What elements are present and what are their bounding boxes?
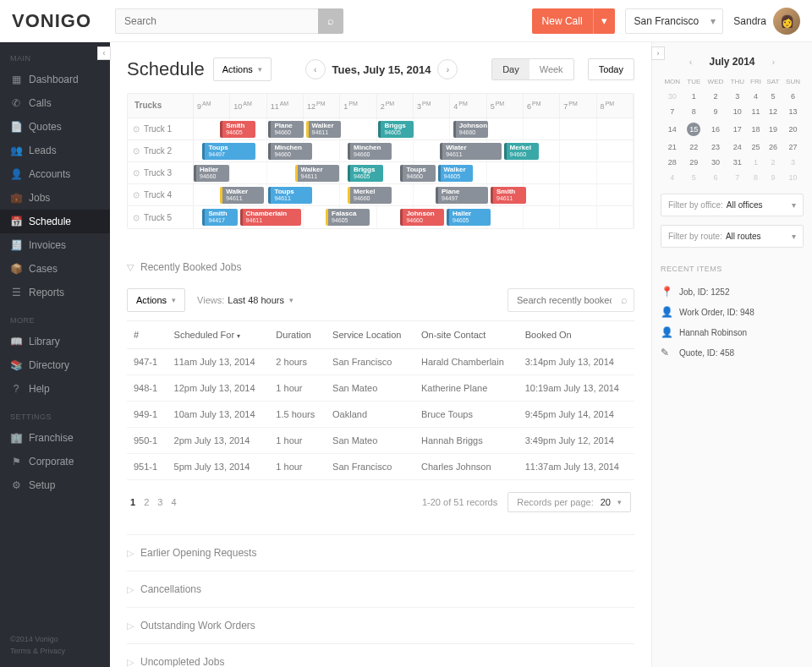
cal-day[interactable]: 13 <box>782 104 804 119</box>
cal-day[interactable]: 28 <box>661 155 684 170</box>
schedule-job[interactable]: Haller94660 <box>194 165 229 182</box>
schedule-job[interactable]: Plane94660 <box>268 121 304 138</box>
cal-day[interactable]: 3 <box>782 155 804 170</box>
table-header[interactable]: # <box>127 321 167 349</box>
cal-day[interactable]: 7 <box>727 170 748 185</box>
schedule-job[interactable]: Smith94605 <box>220 121 255 138</box>
cal-day[interactable]: 22 <box>684 139 705 155</box>
cal-day[interactable]: 10 <box>727 104 748 119</box>
cal-day[interactable]: 24 <box>727 139 748 155</box>
cal-day[interactable]: 8 <box>748 170 764 185</box>
jobs-actions-button[interactable]: Actions <box>127 288 185 312</box>
cal-day[interactable]: 2 <box>764 155 782 170</box>
cal-day[interactable]: 6 <box>782 89 804 104</box>
schedule-job[interactable]: Toups94660 <box>400 165 436 182</box>
search-button[interactable]: ⌕ <box>318 8 343 34</box>
sidebar-item-calls[interactable]: ✆Calls <box>0 91 110 115</box>
schedule-job[interactable]: Wlater94611 <box>440 143 502 160</box>
schedule-job[interactable]: Minchen94660 <box>348 143 392 160</box>
sidebar-item-setup[interactable]: ⚙Setup <box>0 473 110 497</box>
terms-link[interactable]: Terms & Privacy <box>10 646 100 658</box>
search-input[interactable] <box>115 8 318 34</box>
schedule-job[interactable]: Plane94497 <box>436 187 488 204</box>
schedule-job[interactable]: Chamberlain94611 <box>240 209 302 226</box>
sidebar-collapse-button[interactable]: ‹ <box>97 46 111 60</box>
cal-day[interactable]: 14 <box>661 119 684 139</box>
cal-day[interactable]: 25 <box>748 139 764 155</box>
cal-day[interactable]: 8 <box>684 104 705 119</box>
table-row[interactable]: 947-111am July 13, 20142 hoursSan Franci… <box>127 349 634 375</box>
cal-day[interactable]: 18 <box>748 119 764 139</box>
next-day-button[interactable]: › <box>437 59 458 79</box>
table-row[interactable]: 949-110am July 13, 20141.5 hoursOaklandB… <box>127 402 634 428</box>
page-link[interactable]: 2 <box>144 497 149 507</box>
schedule-job[interactable]: Smith94611 <box>491 187 526 204</box>
recent-item[interactable]: 👤Work Order, ID: 948 <box>661 302 804 322</box>
schedule-job[interactable]: Haller94605 <box>447 209 491 226</box>
schedule-job[interactable]: Walker94611 <box>306 121 342 138</box>
schedule-job[interactable]: Falasca94605 <box>326 209 370 226</box>
sidebar-item-accounts[interactable]: 👤Accounts <box>0 162 110 186</box>
sidebar-item-dashboard[interactable]: ▦Dashboard <box>0 68 110 91</box>
table-header[interactable]: Booked On <box>518 321 634 349</box>
sidebar-item-invoices[interactable]: 🧾Invoices <box>0 233 110 257</box>
table-row[interactable]: 950-12pm July 13, 20141 hourSan MateoHan… <box>127 428 634 454</box>
sidebar-item-cases[interactable]: 📦Cases <box>0 257 110 281</box>
table-header[interactable]: Duration <box>269 321 326 349</box>
sidebar-item-reports[interactable]: ☰Reports <box>0 281 110 304</box>
table-header[interactable]: Scheduled For▾ <box>167 321 270 349</box>
cal-day[interactable]: 10 <box>782 170 804 185</box>
new-call-dropdown[interactable]: ▾ <box>593 8 615 34</box>
table-header[interactable]: On-site Contact <box>414 321 518 349</box>
collapsed-section[interactable]: ▷Cancellations <box>127 571 634 607</box>
page-link[interactable]: 1 <box>130 497 135 507</box>
cal-day[interactable]: 31 <box>727 155 748 170</box>
cal-day[interactable]: 20 <box>782 119 804 139</box>
sidebar-item-help[interactable]: ?Help <box>0 377 110 401</box>
sidebar-item-library[interactable]: 📖Library <box>0 330 110 353</box>
cal-day[interactable]: 29 <box>684 155 705 170</box>
location-select[interactable]: San Francisco <box>625 8 724 34</box>
table-row[interactable]: 948-112pm July 13, 20141 hourSan MateoKa… <box>127 375 634 402</box>
cal-day[interactable]: 9 <box>704 104 727 119</box>
schedule-actions-button[interactable]: Actions <box>213 57 272 81</box>
cal-day[interactable]: 16 <box>704 119 727 139</box>
cal-day[interactable]: 21 <box>661 139 684 155</box>
sidebar-item-leads[interactable]: 👥Leads <box>0 139 110 162</box>
recent-item[interactable]: 📍Job, ID: 1252 <box>661 282 804 302</box>
collapsed-section[interactable]: ▷Uncompleted Jobs <box>127 643 634 667</box>
cal-day[interactable]: 15 <box>684 119 705 139</box>
new-call-button[interactable]: New Call <box>532 8 593 34</box>
cal-day[interactable]: 4 <box>748 89 764 104</box>
today-button[interactable]: Today <box>588 58 634 80</box>
cal-day[interactable]: 27 <box>782 139 804 155</box>
cal-day[interactable]: 19 <box>764 119 782 139</box>
filter-route[interactable]: Filter by route: All routes <box>661 225 804 248</box>
schedule-job[interactable]: Walker94611 <box>220 187 264 204</box>
schedule-job[interactable]: Toups94611 <box>268 187 312 204</box>
user-menu[interactable]: Sandra 👩 <box>733 8 800 35</box>
schedule-job[interactable]: Smith94417 <box>202 209 238 226</box>
cal-day[interactable]: 11 <box>748 104 764 119</box>
day-view-button[interactable]: Day <box>492 59 529 79</box>
page-link[interactable]: 3 <box>157 497 162 507</box>
cal-day[interactable]: 2 <box>704 89 727 104</box>
table-header[interactable]: Service Location <box>326 321 414 349</box>
filter-office[interactable]: Filter by office: All offices <box>661 194 804 216</box>
sidebar-item-franchise[interactable]: 🏢Franchise <box>0 426 110 450</box>
schedule-job[interactable]: Merkel94660 <box>504 143 540 160</box>
cal-day[interactable]: 23 <box>704 139 727 155</box>
cal-day[interactable]: 4 <box>661 170 684 185</box>
cal-day[interactable]: 6 <box>704 170 727 185</box>
collapsed-section[interactable]: ▷Outstanding Work Orders <box>127 607 634 643</box>
prev-day-button[interactable]: ‹ <box>305 59 326 79</box>
schedule-job[interactable]: Merkel94660 <box>348 187 392 204</box>
cal-day[interactable]: 1 <box>684 89 705 104</box>
cal-prev-button[interactable]: ‹ <box>689 57 693 67</box>
cal-next-button[interactable]: › <box>772 57 776 67</box>
recent-item[interactable]: 👤Hannah Robinson <box>661 322 804 342</box>
table-row[interactable]: 951-15pm July 13, 20141 hourSan Francisc… <box>127 454 634 480</box>
collapsed-section[interactable]: ▷Earlier Opening Requests <box>127 534 634 571</box>
cal-day[interactable]: 7 <box>661 104 684 119</box>
cal-day[interactable]: 5 <box>684 170 705 185</box>
